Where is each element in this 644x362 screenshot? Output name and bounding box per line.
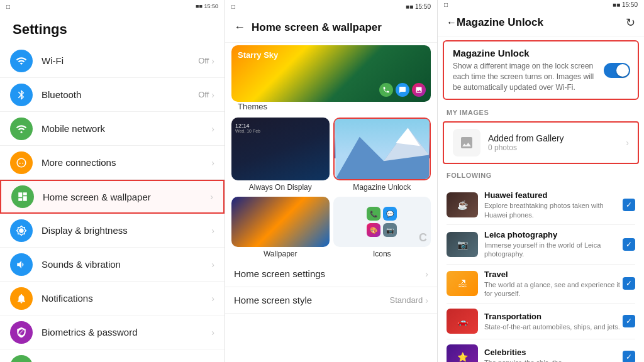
sounds-chevron: › — [211, 260, 214, 270]
leica-title: Leica photography — [484, 230, 623, 239]
settings-item-sounds[interactable]: Sounds & vibration › — [0, 248, 225, 282]
status-bar-right: □ ■■ 15:50 — [438, 0, 644, 9]
settings-item-biometrics[interactable]: Biometrics & password › — [0, 315, 225, 349]
home-screen-settings-label: Home screen settings — [234, 268, 425, 279]
themes-section: Starry Sky Themes — [225, 43, 437, 115]
sounds-label: Sounds & vibration — [42, 259, 211, 270]
settings-item-more-connections[interactable]: More connections › — [0, 146, 225, 180]
apps-icon — [10, 355, 33, 363]
notifications-label: Notifications — [42, 293, 211, 304]
transport-thumb-bg: 🚗 — [447, 309, 478, 334]
wallpaper-bg — [231, 197, 330, 247]
gallery-title: Added from Gallery — [488, 133, 564, 143]
svg-point-0 — [21, 131, 23, 133]
home-screen-style-label: Home screen style — [234, 295, 390, 305]
celebrities-checkbox[interactable]: ✓ — [623, 351, 635, 362]
magazine-unlock-header: ← Magazine Unlock ↻ — [438, 9, 644, 36]
home-screen-header: ← Home screen & wallpaper — [225, 13, 437, 43]
icons-label: Icons — [373, 250, 391, 258]
transport-thumb: 🚗 — [447, 309, 478, 334]
huawei-thumb-bg: ☕ — [447, 192, 478, 217]
notification-icon: □ — [6, 3, 10, 10]
magazine-unlock-card-title: Magazine Unlock — [453, 48, 629, 58]
mountain-bg — [335, 119, 430, 179]
transport-info: Transportation State-of-the-art automobi… — [484, 312, 623, 331]
celebrities-desc: The popular, the chic, the — [484, 358, 623, 362]
huawei-info: Huawei featured Explore breathtaking pho… — [484, 190, 623, 219]
magazine-unlock-item[interactable]: Magazine Unlock — [333, 118, 431, 192]
wallpaper-items-row: 12:14 Wed, 10 Feb Always On Display — [225, 115, 437, 194]
more-connections-chevron: › — [211, 158, 214, 168]
following-item-huawei[interactable]: ☕ Huawei featured Explore breathtaking p… — [447, 185, 635, 225]
mobile-network-label: Mobile network — [42, 123, 211, 134]
app-icon-phone — [379, 83, 393, 97]
gallery-chevron: › — [626, 138, 629, 148]
biometrics-label: Biometrics & password — [42, 327, 211, 337]
icons-item[interactable]: 📞 💬 🎨 📷 C Icons — [333, 197, 431, 258]
following-item-leica[interactable]: 📷 Leica photography Immerse yourself in … — [447, 225, 635, 265]
settings-item-notifications[interactable]: Notifications › — [0, 282, 225, 315]
status-bar-middle: □ ■■ 15:50 — [225, 0, 437, 13]
refresh-icon[interactable]: ↻ — [626, 16, 635, 30]
back-button-right[interactable]: ← — [447, 17, 457, 28]
gallery-row[interactable]: Added from Gallery 0 photos › — [443, 121, 639, 164]
mobile-network-chevron: › — [211, 124, 214, 134]
travel-title: Travel — [484, 270, 623, 279]
magazine-unlock-label: Magazine Unlock — [353, 183, 411, 192]
magazine-unlock-toggle[interactable] — [604, 63, 630, 78]
travel-checkbox[interactable]: ✓ — [623, 277, 635, 290]
following-item-travel[interactable]: 🏖 Travel The world at a glance, see and … — [447, 265, 635, 304]
starry-sky-label: Starry Sky — [238, 50, 278, 60]
huawei-icon: ☕ — [457, 200, 468, 210]
settings-item-wifi[interactable]: Wi-Fi Off › — [0, 44, 225, 78]
watermark: C — [419, 231, 427, 244]
celebrities-icon: ⭐ — [457, 352, 468, 362]
notification-icon-right: □ — [444, 1, 448, 8]
always-on-bg: 12:14 Wed, 10 Feb — [231, 118, 330, 180]
huawei-checkbox[interactable]: ✓ — [623, 199, 635, 211]
wallpaper-item[interactable]: Wallpaper — [231, 197, 330, 258]
huawei-thumb: ☕ — [447, 192, 478, 217]
themes-thumb[interactable]: Starry Sky — [231, 45, 431, 102]
leica-thumb: 📷 — [447, 232, 478, 257]
following-item-transportation[interactable]: 🚗 Transportation State-of-the-art automo… — [447, 304, 635, 339]
home-screen-style-row[interactable]: Home screen style Standard › — [225, 287, 437, 314]
leica-checkbox[interactable]: ✓ — [623, 238, 635, 251]
time-right: ■■ 15:50 — [613, 1, 638, 8]
battery-icon-left: ■■ 15:50 — [196, 3, 218, 9]
home-screen-settings-row[interactable]: Home screen settings › — [225, 261, 437, 287]
settings-item-mobile-network[interactable]: Mobile network › — [0, 112, 225, 146]
back-button-middle[interactable]: ← — [234, 21, 245, 34]
always-on-item[interactable]: 12:14 Wed, 10 Feb Always On Display — [231, 118, 330, 192]
settings-item-home-screen[interactable]: Home screen & wallpaper › — [0, 180, 225, 214]
magazine-unlock-desc: Show a different image on the lock scree… — [453, 61, 597, 92]
transport-checkbox[interactable]: ✓ — [623, 315, 635, 327]
huawei-desc: Explore breathtaking photos taken with H… — [484, 201, 623, 219]
leica-desc: Immerse yourself in the world of Leica p… — [484, 241, 623, 259]
icon-mini-gallery2: 🎨 — [367, 223, 380, 237]
following-section-label: FOLLOWING — [438, 167, 644, 182]
settings-item-display[interactable]: Display & brightness › — [0, 214, 225, 248]
travel-thumb: 🏖 — [447, 271, 478, 296]
magazine-unlock-thumb — [333, 118, 431, 180]
following-list: ☕ Huawei featured Explore breathtaking p… — [438, 182, 644, 362]
settings-item-apps[interactable]: Apps › — [0, 349, 225, 362]
following-item-celebrities[interactable]: ⭐ Celebrities The popular, the chic, the… — [447, 339, 635, 362]
icons-row-1: 📞 💬 — [367, 207, 397, 221]
travel-thumb-bg: 🏖 — [447, 271, 478, 296]
home-screen-panel: □ ■■ 15:50 ← Home screen & wallpaper Sta… — [225, 0, 438, 362]
settings-item-bluetooth[interactable]: Bluetooth Off › — [0, 78, 225, 112]
transport-desc: State-of-the-art automobiles, ships, and… — [484, 322, 623, 331]
transport-icon: 🚗 — [457, 316, 468, 326]
gallery-sub: 0 photos — [488, 143, 564, 152]
notification-icon-mid: □ — [231, 3, 235, 10]
travel-icon: 🏖 — [458, 278, 467, 288]
celebrities-thumb-bg: ⭐ — [447, 344, 478, 362]
home-screen-chevron: › — [210, 192, 213, 202]
more-connections-icon — [10, 151, 33, 174]
transport-title: Transportation — [484, 312, 623, 321]
sounds-icon — [10, 253, 33, 276]
notifications-chevron: › — [211, 293, 214, 304]
starry-sky-icons — [379, 83, 426, 97]
wifi-chevron: › — [211, 56, 214, 66]
